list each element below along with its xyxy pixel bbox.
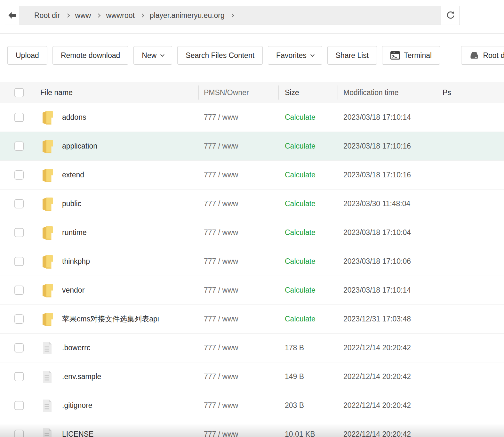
file-name[interactable]: .gitignore: [62, 401, 92, 410]
calculate-link[interactable]: Calculate: [285, 142, 316, 150]
table-row[interactable]: .gitignore777 / www203 B2022/12/14 20:20…: [0, 391, 504, 420]
breadcrumb: Root dirwwwwwwrootplayer.animeryu.eu.org: [20, 6, 441, 25]
remote-download-button[interactable]: Remote download: [52, 46, 128, 65]
calculate-link[interactable]: Calculate: [285, 257, 316, 265]
row-checkbox[interactable]: [14, 142, 24, 151]
table-row[interactable]: .env.sample777 / www149 B2022/12/14 20:2…: [0, 362, 504, 391]
chevron-down-icon: [310, 53, 315, 57]
refresh-button[interactable]: [441, 6, 460, 25]
breadcrumb-item[interactable]: wwwroot: [106, 11, 134, 20]
file-name-cell: thinkphp: [38, 254, 198, 269]
table-row[interactable]: .bowerrc777 / www178 B2022/12/14 20:20:4…: [0, 334, 504, 362]
pmsn-owner: 777 / www: [198, 401, 278, 410]
column-size[interactable]: Size: [278, 82, 338, 103]
row-checkbox[interactable]: [14, 170, 24, 180]
file-name[interactable]: runtime: [62, 228, 87, 237]
table-row[interactable]: extend777 / wwwCalculate2023/03/18 17:10…: [0, 161, 504, 190]
search-files-content-button[interactable]: Search Files Content: [177, 46, 263, 65]
chevron-right-icon: [66, 13, 70, 18]
file-name-cell: LICENSE: [38, 427, 198, 437]
breadcrumb-item[interactable]: player.animeryu.eu.org: [150, 11, 225, 20]
chevron-down-icon: [160, 53, 164, 57]
row-checkbox[interactable]: [14, 228, 24, 237]
favorites-label: Favorites: [276, 51, 307, 60]
row-checkbox[interactable]: [14, 199, 24, 208]
row-checkbox[interactable]: [14, 314, 24, 324]
calculate-link[interactable]: Calculate: [285, 286, 316, 294]
breadcrumb-item[interactable]: Root dir: [34, 11, 60, 20]
calculate-link[interactable]: Calculate: [285, 171, 316, 179]
file-name[interactable]: LICENSE: [62, 430, 93, 437]
upload-label: Upload: [16, 51, 39, 60]
file-icon: [40, 427, 54, 437]
calculate-link[interactable]: Calculate: [285, 228, 316, 237]
select-all-checkbox[interactable]: [14, 88, 24, 97]
select-all-cell: [0, 82, 38, 103]
folder-icon: [40, 196, 54, 212]
file-name[interactable]: addons: [62, 113, 86, 122]
file-name-cell: .bowerrc: [38, 341, 198, 355]
folder-icon: [40, 254, 54, 269]
file-name[interactable]: .bowerrc: [62, 344, 90, 352]
checkbox-cell: [0, 113, 38, 122]
favorites-button[interactable]: Favorites: [268, 46, 322, 65]
checkbox-cell: [0, 343, 38, 352]
new-button[interactable]: New: [133, 46, 172, 65]
back-button[interactable]: [5, 6, 20, 25]
column-ps[interactable]: Ps: [438, 82, 504, 103]
modification-time: 2023/03/18 17:10:04: [338, 228, 438, 237]
calculate-link[interactable]: Calculate: [285, 199, 316, 208]
table-row[interactable]: addons777 / wwwCalculate2023/03/18 17:10…: [0, 103, 504, 132]
folder-icon: [40, 283, 54, 298]
pmsn-owner: 777 / www: [198, 286, 278, 295]
column-pmsn-owner[interactable]: PMSN/Owner: [198, 82, 278, 103]
file-name[interactable]: .env.sample: [62, 372, 101, 381]
terminal-button[interactable]: Terminal: [382, 46, 440, 65]
table-row[interactable]: vendor777 / wwwCalculate2023/03/18 17:10…: [0, 276, 504, 305]
file-list: addons777 / wwwCalculate2023/03/18 17:10…: [0, 103, 504, 437]
root-dir-button[interactable]: Root dir (: [461, 46, 504, 65]
row-checkbox[interactable]: [14, 343, 24, 352]
row-checkbox[interactable]: [14, 401, 24, 410]
file-size: 10.01 KB: [285, 430, 315, 437]
size-cell: Calculate: [278, 171, 338, 179]
size-cell: Calculate: [278, 257, 338, 266]
file-name[interactable]: 苹果cms对接文件选集列表api: [62, 314, 159, 324]
column-modification-time[interactable]: Modification time: [338, 82, 438, 103]
table-row[interactable]: application777 / wwwCalculate2023/03/18 …: [0, 132, 504, 161]
chevron-right-icon: [140, 13, 144, 18]
file-name[interactable]: extend: [62, 171, 84, 179]
checkbox-cell: [0, 257, 38, 266]
breadcrumb-item[interactable]: www: [75, 11, 91, 20]
row-checkbox[interactable]: [14, 113, 24, 122]
row-checkbox[interactable]: [14, 430, 24, 437]
file-name[interactable]: thinkphp: [62, 257, 90, 266]
divider: [456, 46, 456, 65]
file-size: 149 B: [285, 372, 304, 381]
modification-time: 2023/03/30 11:48:04: [338, 199, 438, 208]
calculate-link[interactable]: Calculate: [285, 315, 316, 323]
file-name-cell: public: [38, 196, 198, 212]
size-cell: Calculate: [278, 315, 338, 323]
row-checkbox[interactable]: [14, 372, 24, 381]
modification-time: 2023/03/18 17:10:16: [338, 142, 438, 150]
file-name[interactable]: public: [62, 199, 81, 208]
search-files-content-label: Search Files Content: [186, 51, 254, 60]
table-row[interactable]: runtime777 / wwwCalculate2023/03/18 17:1…: [0, 218, 504, 247]
calculate-link[interactable]: Calculate: [285, 113, 316, 121]
modification-time: 2023/03/18 17:10:16: [338, 171, 438, 179]
column-file-name[interactable]: File name: [38, 82, 198, 103]
file-name-cell: 苹果cms对接文件选集列表api: [38, 312, 198, 327]
upload-button[interactable]: Upload: [7, 46, 47, 65]
file-name[interactable]: application: [62, 142, 97, 150]
checkbox-cell: [0, 286, 38, 295]
table-row[interactable]: thinkphp777 / wwwCalculate2023/03/18 17:…: [0, 247, 504, 276]
row-checkbox[interactable]: [14, 286, 24, 295]
new-label: New: [142, 51, 156, 60]
table-row[interactable]: 苹果cms对接文件选集列表api777 / wwwCalculate2023/1…: [0, 305, 504, 334]
share-list-button[interactable]: Share List: [327, 46, 377, 65]
table-row[interactable]: LICENSE777 / www10.01 KB2022/12/14 20:20…: [0, 420, 504, 437]
file-name[interactable]: vendor: [62, 286, 84, 295]
row-checkbox[interactable]: [14, 257, 24, 266]
table-row[interactable]: public777 / wwwCalculate2023/03/30 11:48…: [0, 190, 504, 218]
